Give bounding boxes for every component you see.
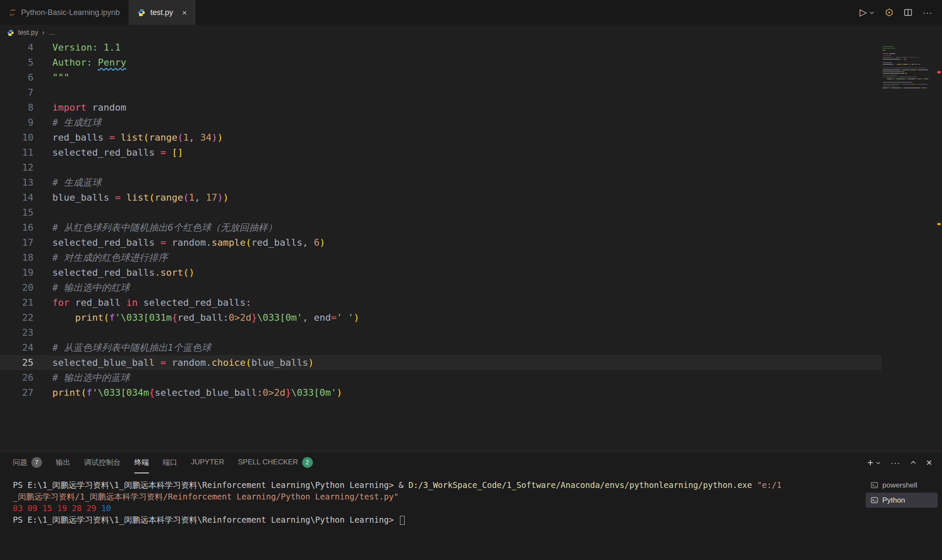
terminal-tab-Python[interactable]: Python bbox=[866, 493, 938, 508]
line-number[interactable]: 12 bbox=[0, 160, 33, 175]
line-number[interactable]: 8 bbox=[0, 100, 33, 115]
code-line-16[interactable]: 16# 从红色球列表中随机抽出6个红色球（无放回抽样） bbox=[0, 220, 881, 235]
chevron-up-icon bbox=[910, 459, 917, 466]
code-line-13[interactable]: 13# 生成蓝球 bbox=[0, 175, 881, 190]
panel-maximize-button[interactable] bbox=[910, 459, 917, 466]
code-line-8[interactable]: 8import random bbox=[0, 100, 881, 115]
line-number[interactable]: 21 bbox=[0, 295, 33, 310]
panel-tabs: 问题7输出调试控制台终端端口JUPYTERSPELL CHECKER2 bbox=[13, 452, 327, 473]
code-line-14[interactable]: 14blue_balls = list(range(1, 17)) bbox=[0, 190, 881, 205]
terminal-line: PS E:\1_闵鹏远学习资料\1_闵鹏远本科学习资料\Reinforcemen… bbox=[13, 479, 861, 491]
code-line-4[interactable]: 4Version: 1.1 bbox=[0, 40, 881, 55]
line-text: selected_red_balls.sort() bbox=[33, 265, 194, 280]
line-number[interactable]: 10 bbox=[0, 130, 33, 145]
panel-tab-调试控制台[interactable]: 调试控制台 bbox=[84, 452, 121, 473]
run-button[interactable]: ▷ bbox=[860, 8, 875, 17]
line-text: print(f'\033[031m{red_ball:0>2d}\033[0m'… bbox=[33, 310, 359, 325]
code-line-5[interactable]: 5Author: Penry bbox=[0, 55, 881, 70]
panel-tab-端口[interactable]: 端口 bbox=[163, 452, 177, 473]
code-line-6[interactable]: 6""" bbox=[0, 70, 881, 85]
tab-close-icon[interactable]: × bbox=[182, 9, 187, 17]
line-number[interactable]: 9 bbox=[0, 115, 33, 130]
line-number[interactable]: 11 bbox=[0, 145, 33, 160]
code-line-10[interactable]: 10red_balls = list(range(1, 34)) bbox=[0, 130, 881, 145]
breadcrumb-more[interactable]: … bbox=[48, 29, 55, 36]
extension-hexagon-button[interactable] bbox=[885, 8, 894, 17]
panel-tab-终端[interactable]: 终端 bbox=[134, 452, 149, 473]
line-number[interactable]: 4 bbox=[0, 40, 33, 55]
line-text: selected_blue_ball = random.choice(blue_… bbox=[33, 355, 314, 370]
editor-tab-bar: Python-Basic-Learning.ipynbtest.py× ▷ ··… bbox=[0, 0, 942, 25]
line-number[interactable]: 26 bbox=[0, 370, 33, 385]
line-number[interactable]: 14 bbox=[0, 190, 33, 205]
minimap-line bbox=[883, 77, 928, 79]
line-text: print(f'\033[034m{selected_blue_ball:0>2… bbox=[33, 385, 342, 400]
panel-tab-输出[interactable]: 输出 bbox=[56, 452, 70, 473]
line-number[interactable]: 5 bbox=[0, 55, 33, 70]
terminal-list: powershellPython bbox=[866, 473, 942, 560]
tab-label: Python-Basic-Learning.ipynb bbox=[21, 8, 120, 17]
line-text: Version: 1.1 bbox=[33, 40, 121, 55]
line-number[interactable]: 18 bbox=[0, 250, 33, 265]
code-line-11[interactable]: 11selected_red_balls = [] bbox=[0, 145, 881, 160]
terminal-output[interactable]: PS E:\1_闵鹏远学习资料\1_闵鹏远本科学习资料\Reinforcemen… bbox=[0, 473, 866, 560]
line-number[interactable]: 23 bbox=[0, 325, 33, 340]
breadcrumb-file[interactable]: test.py bbox=[18, 29, 38, 36]
code-line-9[interactable]: 9# 生成红球 bbox=[0, 115, 881, 130]
line-number[interactable]: 15 bbox=[0, 205, 33, 220]
panel-tab-label: 调试控制台 bbox=[84, 458, 121, 467]
bottom-panel: 问题7输出调试控制台终端端口JUPYTERSPELL CHECKER2 + ··… bbox=[0, 452, 942, 560]
terminal-line: PS E:\1_闵鹏远学习资料\1_闵鹏远本科学习资料\Reinforcemen… bbox=[13, 514, 861, 526]
line-number[interactable]: 22 bbox=[0, 310, 33, 325]
code-line-7[interactable]: 7 bbox=[0, 85, 881, 100]
code-line-17[interactable]: 17selected_red_balls = random.sample(red… bbox=[0, 235, 881, 250]
split-editor-icon bbox=[904, 8, 912, 17]
code-line-25[interactable]: 25selected_blue_ball = random.choice(blu… bbox=[0, 355, 881, 370]
new-terminal-dropdown-chevron-icon[interactable] bbox=[875, 460, 881, 466]
new-terminal-button[interactable]: + bbox=[867, 458, 881, 468]
code-line-23[interactable]: 23 bbox=[0, 325, 881, 340]
line-number[interactable]: 27 bbox=[0, 385, 33, 400]
line-text: # 从红色球列表中随机抽出6个红色球（无放回抽样） bbox=[33, 220, 277, 235]
line-number[interactable]: 19 bbox=[0, 265, 33, 280]
tab-label: test.py bbox=[150, 8, 173, 17]
more-actions-button[interactable]: ··· bbox=[923, 8, 933, 17]
code-line-12[interactable]: 12 bbox=[0, 160, 881, 175]
code-line-21[interactable]: 21for red_ball in selected_red_balls: bbox=[0, 295, 881, 310]
panel-tab-JUPYTER[interactable]: JUPYTER bbox=[191, 452, 224, 473]
line-text: # 生成蓝球 bbox=[33, 175, 102, 190]
panel-close-button[interactable]: × bbox=[926, 458, 933, 468]
code-line-24[interactable]: 24# 从蓝色球列表中随机抽出1个蓝色球 bbox=[0, 340, 881, 355]
code-line-20[interactable]: 20# 输出选中的红球 bbox=[0, 280, 881, 295]
split-editor-button[interactable] bbox=[904, 8, 912, 17]
editor-tab-test.py[interactable]: test.py× bbox=[129, 0, 196, 25]
code-line-19[interactable]: 19selected_red_balls.sort() bbox=[0, 265, 881, 280]
code-line-22[interactable]: 22 print(f'\033[031m{red_ball:0>2d}\033[… bbox=[0, 310, 881, 325]
panel-tab-SPELL CHECKER[interactable]: SPELL CHECKER2 bbox=[238, 452, 312, 473]
editor-tab-Python-Basic-Learning.ipynb[interactable]: Python-Basic-Learning.ipynb bbox=[0, 0, 129, 25]
terminal-more-button[interactable]: ··· bbox=[891, 458, 900, 467]
terminal-tab-powershell[interactable]: powershell bbox=[866, 478, 938, 493]
line-number[interactable]: 16 bbox=[0, 220, 33, 235]
line-number[interactable]: 20 bbox=[0, 280, 33, 295]
line-number[interactable]: 24 bbox=[0, 340, 33, 355]
badge: 7 bbox=[31, 457, 42, 468]
minimap-line bbox=[883, 83, 928, 84]
line-number[interactable]: 6 bbox=[0, 70, 33, 85]
breadcrumb: test.py › … bbox=[0, 25, 942, 40]
line-text bbox=[33, 160, 52, 175]
code-line-15[interactable]: 15 bbox=[0, 205, 881, 220]
panel-tab-问题[interactable]: 问题7 bbox=[13, 452, 42, 473]
panel-body: PS E:\1_闵鹏远学习资料\1_闵鹏远本科学习资料\Reinforcemen… bbox=[0, 473, 942, 560]
minimap[interactable] bbox=[883, 45, 928, 88]
line-number[interactable]: 7 bbox=[0, 85, 33, 100]
line-number[interactable]: 13 bbox=[0, 175, 33, 190]
code-line-26[interactable]: 26# 输出选中的蓝球 bbox=[0, 370, 881, 385]
code-line-18[interactable]: 18# 对生成的红色球进行排序 bbox=[0, 250, 881, 265]
code-line-27[interactable]: 27print(f'\033[034m{selected_blue_ball:0… bbox=[0, 385, 881, 400]
line-number[interactable]: 25 bbox=[0, 355, 33, 370]
overview-ruler bbox=[936, 40, 942, 452]
code-editor[interactable]: 4Version: 1.15Author: Penry6"""78import … bbox=[0, 40, 942, 452]
run-dropdown-chevron-icon[interactable] bbox=[869, 10, 875, 15]
line-number[interactable]: 17 bbox=[0, 235, 33, 250]
